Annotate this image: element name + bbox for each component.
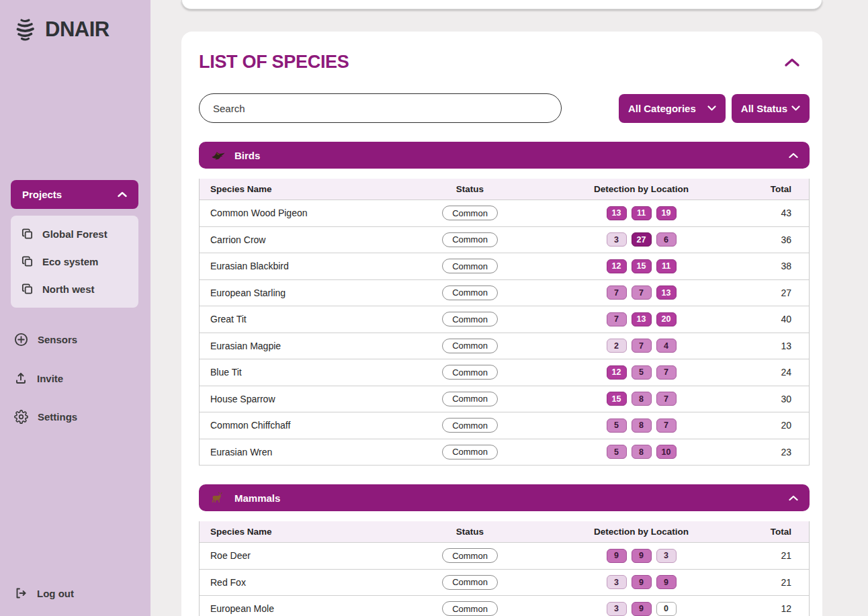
sidebar-item-label: Settings xyxy=(38,411,77,423)
table-row[interactable]: House SparrowCommon158730 xyxy=(200,386,809,412)
category-filter-label: All Categories xyxy=(628,103,696,114)
detection-count-badge: 7 xyxy=(656,392,677,406)
detection-count-badge: 4 xyxy=(656,339,677,353)
sidebar-item-label: Global Forest xyxy=(42,228,107,240)
species-name: European Mole xyxy=(200,603,421,614)
detection-badges: 1257 xyxy=(519,365,764,380)
detection-count-badge: 19 xyxy=(656,206,677,220)
detection-badges: 274 xyxy=(519,339,764,353)
table-row[interactable]: Common ChiffchaffCommon58720 xyxy=(200,412,809,439)
total-count: 30 xyxy=(764,394,809,404)
table-row[interactable]: Eurasian MagpieCommon27413 xyxy=(200,333,809,359)
table-row[interactable]: Great TitCommon7132040 xyxy=(200,306,809,333)
total-count: 13 xyxy=(764,341,809,351)
bird-icon xyxy=(210,148,225,162)
status-badge: Common xyxy=(442,259,498,273)
deer-icon xyxy=(210,491,225,504)
status-cell: Common xyxy=(421,445,519,459)
chevron-down-icon xyxy=(791,105,800,111)
sidebar-item-invite[interactable]: Invite xyxy=(14,371,150,385)
table-row[interactable]: European StarlingCommon771327 xyxy=(200,279,809,306)
total-count: 24 xyxy=(764,367,809,378)
table-row[interactable]: European MoleCommon39012 xyxy=(200,595,809,616)
total-count: 36 xyxy=(764,234,809,245)
status-badge: Common xyxy=(442,418,498,433)
section-title: Birds xyxy=(234,150,260,161)
collapse-section-button[interactable] xyxy=(789,152,798,159)
species-name: Eurasian Blackbird xyxy=(200,261,421,271)
status-badge: Common xyxy=(442,365,498,380)
sidebar-item-eco-system[interactable]: Eco system xyxy=(11,248,138,275)
sidebar-item-projects[interactable]: Projects xyxy=(11,180,138,209)
sidebar-item-label: Invite xyxy=(37,373,63,384)
table-row[interactable]: Carrion CrowCommon327636 xyxy=(200,226,809,253)
total-count: 12 xyxy=(764,603,809,614)
detection-badges: 131119 xyxy=(519,206,764,220)
projects-label: Projects xyxy=(22,189,62,200)
detection-badges: 587 xyxy=(519,419,764,433)
previous-card-edge xyxy=(181,0,822,9)
app-name: DNAIR xyxy=(45,17,110,42)
sidebar-item-logout[interactable]: Log out xyxy=(14,586,74,600)
detection-count-badge: 13 xyxy=(656,285,677,300)
detection-count-badge: 3 xyxy=(607,232,627,247)
status-badge: Common xyxy=(442,601,498,616)
table-row[interactable]: Red FoxCommon39921 xyxy=(200,569,809,596)
species-section-birds: BirdsSpecies NameStatusDetection by Loca… xyxy=(199,142,810,466)
total-count: 40 xyxy=(764,314,809,324)
detection-count-badge: 0 xyxy=(656,602,677,616)
column-header: Status xyxy=(421,527,519,537)
sidebar-item-settings[interactable]: Settings xyxy=(14,410,150,424)
total-count: 38 xyxy=(764,261,809,271)
detection-badges: 1587 xyxy=(519,392,764,406)
detection-count-badge: 7 xyxy=(656,365,677,380)
collapse-section-button[interactable] xyxy=(789,495,798,501)
detection-count-badge: 27 xyxy=(632,232,652,247)
search-input[interactable] xyxy=(199,93,562,123)
detection-count-badge: 9 xyxy=(656,575,677,589)
table-row[interactable]: Eurasian WrenCommon581023 xyxy=(200,439,809,466)
status-cell: Common xyxy=(421,392,519,406)
total-count: 21 xyxy=(764,577,809,588)
detection-count-badge: 15 xyxy=(632,259,652,273)
category-filter-dropdown[interactable]: All Categories xyxy=(619,94,726,123)
sidebar-item-sensors[interactable]: Sensors xyxy=(14,333,150,347)
species-name: Great Tit xyxy=(200,314,421,324)
table-row[interactable]: Eurasian BlackbirdCommon12151138 xyxy=(200,253,809,279)
section-header-mammals[interactable]: Mammals xyxy=(199,484,810,511)
status-badge: Common xyxy=(442,445,498,459)
detection-count-badge: 5 xyxy=(632,365,652,380)
status-filter-dropdown[interactable]: All Status xyxy=(732,94,810,123)
status-cell: Common xyxy=(421,365,519,380)
copy-icon xyxy=(21,255,34,268)
table-header-row: Species NameStatusDetection by LocationT… xyxy=(200,179,809,200)
chevron-up-icon xyxy=(784,58,800,67)
detection-count-badge: 3 xyxy=(607,575,627,589)
detection-count-badge: 12 xyxy=(607,259,627,273)
detection-badges: 993 xyxy=(519,549,764,563)
section-header-birds[interactable]: Birds xyxy=(199,142,810,169)
table-row[interactable]: Common Wood PigeonCommon13111943 xyxy=(200,200,809,226)
table-row[interactable]: Blue TitCommon125724 xyxy=(200,359,809,386)
table-row[interactable]: Roe DeerCommon99321 xyxy=(200,542,809,569)
sidebar-item-global-forest[interactable]: Global Forest xyxy=(11,220,138,248)
status-badge: Common xyxy=(442,339,498,353)
detection-badges: 390 xyxy=(519,602,764,616)
detection-count-badge: 10 xyxy=(656,445,677,459)
status-cell: Common xyxy=(421,206,519,220)
detection-count-badge: 8 xyxy=(632,392,652,406)
detection-count-badge: 5 xyxy=(607,445,627,459)
species-name: European Starling xyxy=(200,288,421,298)
detection-count-badge: 20 xyxy=(656,312,677,326)
status-badge: Common xyxy=(442,392,498,406)
column-header: Total xyxy=(764,184,809,194)
table-header-row: Species NameStatusDetection by LocationT… xyxy=(200,521,809,542)
status-cell: Common xyxy=(421,601,519,616)
collapse-card-button[interactable] xyxy=(783,56,801,69)
dnair-logo-icon xyxy=(13,16,40,43)
total-count: 21 xyxy=(764,550,809,561)
sidebar-item-north-west[interactable]: North west xyxy=(11,275,138,303)
detection-count-badge: 7 xyxy=(632,339,652,353)
detection-count-badge: 9 xyxy=(632,549,652,563)
sidebar-item-label: Log out xyxy=(37,588,74,599)
